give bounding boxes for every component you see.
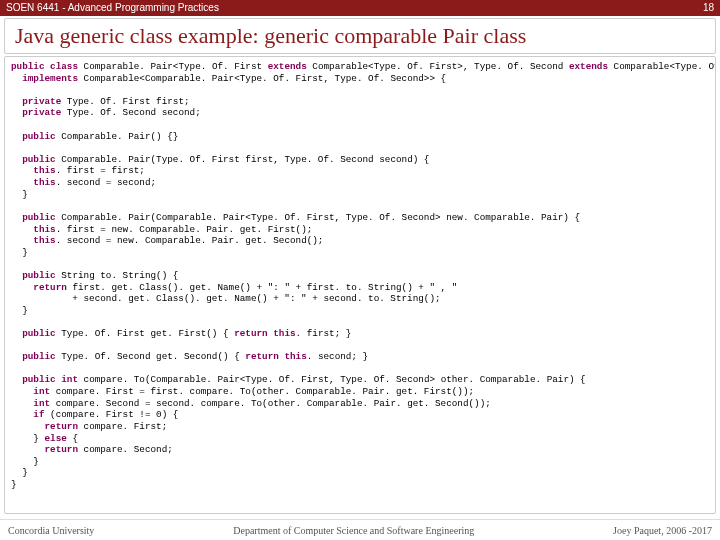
code-listing: public class Comparable. Pair<Type. Of. … bbox=[11, 61, 709, 491]
footer-left: Concordia University bbox=[8, 525, 94, 536]
footer-right: Joey Paquet, 2006 -2017 bbox=[613, 525, 712, 536]
slide-title: Java generic class example: generic comp… bbox=[4, 18, 716, 54]
course-code: SOEN 6441 - Advanced Programming Practic… bbox=[6, 0, 219, 16]
footer: Concordia University Department of Compu… bbox=[0, 519, 720, 540]
header-bar: SOEN 6441 - Advanced Programming Practic… bbox=[0, 0, 720, 16]
slide: SOEN 6441 - Advanced Programming Practic… bbox=[0, 0, 720, 540]
footer-center: Department of Computer Science and Softw… bbox=[233, 525, 474, 536]
code-box: public class Comparable. Pair<Type. Of. … bbox=[4, 56, 716, 514]
page-number: 18 bbox=[703, 0, 714, 16]
